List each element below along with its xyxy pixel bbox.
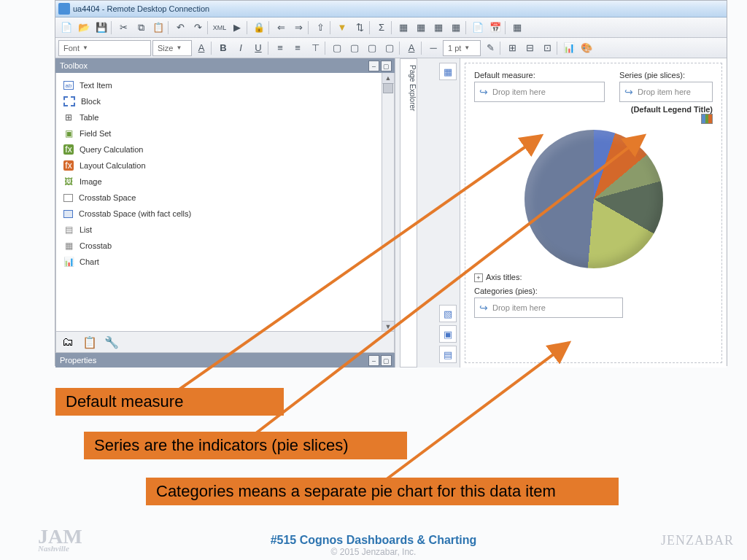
bold-icon[interactable]: B — [215, 40, 231, 56]
border-icon[interactable]: ▢ — [364, 40, 380, 56]
tool-layout-calc[interactable]: fxLayout Calculation — [56, 158, 394, 174]
up-icon[interactable]: ⇧ — [312, 20, 328, 36]
undo-icon[interactable]: ↶ — [172, 20, 188, 36]
categories-dropzone[interactable]: ↪Drop item here — [474, 298, 623, 318]
line-style-icon[interactable]: ─ — [425, 40, 441, 56]
misc-icon[interactable]: ▦ — [448, 20, 464, 36]
font-color-icon[interactable]: A — [193, 40, 209, 56]
separator — [465, 21, 468, 34]
jenzabar-logo: JENZABAR — [661, 533, 734, 548]
sort-icon[interactable]: ⇅ — [352, 20, 368, 36]
tab-icon[interactable]: 📋 — [82, 335, 97, 349]
size-dropdown[interactable]: Size▼ — [152, 40, 192, 56]
separator — [268, 21, 271, 34]
toolbox-title: Toolbox — [60, 61, 88, 70]
separator — [391, 21, 394, 34]
separator — [325, 42, 328, 55]
align-center-icon[interactable]: ≡ — [290, 40, 306, 56]
lock-icon[interactable]: 🔒 — [251, 20, 267, 36]
separator — [399, 42, 402, 55]
crosstab-icon: ▦ — [63, 241, 74, 251]
side-tool-icon[interactable]: ▧ — [439, 305, 457, 322]
separator — [330, 21, 333, 34]
series-dropzone[interactable]: ↪Drop item here — [619, 82, 713, 102]
filter-icon[interactable]: ▼ — [334, 20, 350, 36]
border-icon[interactable]: ▢ — [382, 40, 398, 56]
table-icon[interactable]: ⊞ — [504, 40, 520, 56]
tool-table[interactable]: ⊞Table — [56, 109, 394, 125]
misc-icon[interactable]: ▦ — [413, 20, 429, 36]
tool-list[interactable]: ▤List — [56, 222, 394, 238]
side-tool-icon[interactable]: ▣ — [439, 325, 457, 343]
separator — [557, 42, 560, 55]
chart-icon[interactable]: 📊 — [561, 40, 577, 56]
new-icon[interactable]: 📄 — [58, 20, 74, 36]
page-explorer-tab[interactable]: Page Explorer — [400, 58, 417, 368]
maximize-icon[interactable]: ▢ — [381, 61, 392, 71]
default-measure-dropzone[interactable]: ↪Drop item here — [474, 82, 605, 102]
stroke-width-dropdown[interactable]: 1 pt▼ — [443, 40, 481, 56]
xml-icon[interactable]: XML — [212, 20, 228, 36]
nav-fwd-icon[interactable]: ⇒ — [290, 20, 306, 36]
toolbox-scrollbar[interactable]: ▲ ▼ — [382, 73, 394, 332]
drop-arrow-icon: ↪ — [624, 86, 633, 98]
calendar-icon[interactable]: 📅 — [487, 20, 503, 36]
save-icon[interactable]: 💾 — [93, 20, 109, 36]
tool-crosstab[interactable]: ▦Crosstab — [56, 238, 394, 254]
tool-query-calc[interactable]: fxQuery Calculation — [56, 141, 394, 158]
field-set-icon: ▣ — [63, 128, 74, 139]
separator — [500, 42, 503, 55]
tool-block[interactable]: Block — [56, 93, 394, 109]
separator — [247, 21, 249, 34]
border-icon[interactable]: ▢ — [329, 40, 345, 56]
separator — [421, 42, 424, 55]
misc-icon[interactable]: ▦ — [430, 20, 446, 36]
underline-icon[interactable]: U — [250, 40, 266, 56]
tool-image[interactable]: 🖼Image — [56, 174, 394, 190]
align-left-icon[interactable]: ≡ — [272, 40, 288, 56]
open-icon[interactable]: 📂 — [76, 20, 92, 36]
scroll-down-icon[interactable]: ▼ — [382, 321, 394, 332]
misc-icon[interactable]: ▦ — [509, 20, 525, 36]
expand-icon[interactable]: + — [474, 273, 483, 282]
misc-icon[interactable]: ▦ — [395, 20, 411, 36]
redo-icon[interactable]: ↷ — [190, 20, 206, 36]
align-top-icon[interactable]: ⊤ — [307, 40, 323, 56]
properties-header: Properties –▢ — [55, 353, 395, 368]
sum-icon[interactable]: Σ — [374, 20, 390, 36]
tool-crosstab-space[interactable]: Crosstab Space — [56, 190, 394, 206]
italic-icon[interactable]: I — [233, 40, 249, 56]
misc-icon[interactable]: ⊟ — [522, 40, 538, 56]
chart-tool-icon: 📊 — [63, 257, 74, 267]
callout-default-measure: Default measure — [55, 388, 284, 416]
tab-icon[interactable]: 🗂 — [61, 335, 75, 349]
series-label: Series (pie slices): — [619, 71, 713, 79]
font-dropdown[interactable]: Font▼ — [58, 40, 151, 56]
border-icon[interactable]: ▢ — [347, 40, 363, 56]
paste-icon[interactable]: 📋 — [150, 20, 166, 36]
misc-icon[interactable]: ⊡ — [539, 40, 555, 56]
tab-icon[interactable]: 🔧 — [104, 335, 119, 349]
side-tool-icon[interactable]: ▤ — [439, 346, 457, 363]
minimize-icon[interactable]: – — [368, 61, 379, 71]
page-icon[interactable]: 📄 — [470, 20, 486, 36]
side-tool-icon[interactable]: ▦ — [439, 63, 457, 80]
query-calc-icon: fx — [63, 144, 74, 155]
scroll-thumb[interactable] — [383, 83, 393, 93]
tool-chart[interactable]: 📊Chart — [56, 254, 394, 270]
nav-back-icon[interactable]: ⇐ — [273, 20, 289, 36]
tool-field-set[interactable]: ▣Field Set — [56, 125, 394, 141]
axis-titles-row[interactable]: +Axis titles: — [474, 273, 713, 282]
run-icon[interactable]: ▶ — [229, 20, 245, 36]
tool-crosstab-fact[interactable]: Crosstab Space (with fact cells) — [56, 206, 394, 222]
palette-icon[interactable]: 🎨 — [578, 40, 595, 56]
fill-icon[interactable]: A — [403, 40, 419, 56]
maximize-icon[interactable]: ▢ — [381, 355, 392, 366]
minimize-icon[interactable]: – — [368, 355, 379, 366]
cut-icon[interactable]: ✂ — [115, 20, 131, 36]
scroll-up-icon[interactable]: ▲ — [382, 73, 394, 84]
copy-icon[interactable]: ⧉ — [133, 20, 149, 36]
app-window: ua4404 - Remote Desktop Connection 📄 📂 💾… — [55, 0, 727, 366]
pen-icon[interactable]: ✎ — [482, 40, 498, 56]
tool-text-item[interactable]: abText Item — [56, 77, 394, 93]
